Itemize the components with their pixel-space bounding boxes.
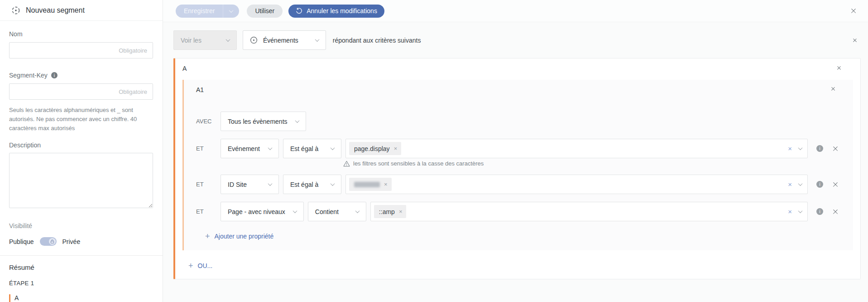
use-button[interactable]: Utiliser (247, 5, 283, 18)
operator-select[interactable]: Est égal à (283, 139, 341, 158)
chevron-down-icon (268, 146, 273, 150)
property-select[interactable]: ID Site (221, 175, 279, 194)
cancel-changes-label: Annuler les modifications (307, 7, 377, 15)
main-area: Enregistrer Utiliser Annuler les modific… (163, 0, 868, 302)
chip-remove-icon[interactable]: × (399, 209, 403, 214)
segment-key-label: Segment-Key i (9, 72, 153, 79)
chevron-down-icon[interactable] (798, 209, 803, 213)
chevron-down-icon (331, 181, 335, 186)
operator-select[interactable]: Contient (308, 202, 366, 221)
save-split-button: Enregistrer (176, 5, 239, 18)
chevron-down-icon (355, 209, 360, 213)
and-connector-label: ET (196, 145, 221, 152)
event-scope-row: AVEC Tous les évènements (196, 112, 839, 131)
description-label: Description (9, 141, 153, 149)
value-chips: ::amp× (374, 205, 407, 218)
field-controls: × (788, 208, 802, 215)
visibility-label: Visibilité (9, 222, 153, 229)
add-property-button[interactable]: + Ajouter une propriété (205, 233, 273, 240)
remove-subgroup-icon[interactable] (830, 86, 836, 92)
chevron-down-icon (293, 209, 297, 213)
chevron-down-icon[interactable] (798, 181, 803, 186)
info-icon[interactable]: i (816, 145, 823, 152)
criteria-suffix-text: répondant aux critères suivants (333, 37, 421, 44)
value-input-field[interactable]: × × (345, 175, 808, 194)
sidebar-form: Nom Segment-Key i Seuls les caractères a… (0, 21, 163, 246)
remove-row-icon[interactable] (832, 209, 839, 215)
toolbar: Enregistrer Utiliser Annuler les modific… (163, 0, 868, 22)
segment-key-input[interactable] (9, 83, 153, 100)
filter-row-block: ET Page - avec niveaux Contient ::amp× ×… (184, 202, 839, 221)
summary-step-item-a[interactable]: A (9, 294, 153, 302)
chevron-down-icon[interactable] (798, 146, 803, 150)
cancel-changes-button[interactable]: Annuler les modifications (288, 5, 384, 18)
description-textarea[interactable] (9, 153, 153, 208)
chevron-down-icon (295, 118, 299, 123)
name-label: Nom (9, 30, 153, 38)
warning-text: les filtres sont sensibles à la casse de… (353, 160, 484, 167)
group-label: A (182, 65, 853, 72)
remove-row-icon[interactable] (832, 181, 839, 188)
add-or-group-button[interactable]: + OU... (188, 262, 212, 269)
condition-group-a: A A1 AVEC Tous les évènements ET (173, 58, 861, 279)
remove-row-icon[interactable] (832, 146, 839, 152)
subgroup-label: A1 (196, 86, 839, 93)
clear-values-icon[interactable]: × (788, 145, 792, 152)
operator-select[interactable]: Est égal à (283, 175, 341, 194)
and-connector-label: ET (196, 181, 221, 188)
sidebar-header: Nouveau segment (0, 0, 163, 21)
value-input-field[interactable]: ::amp× × (370, 202, 808, 221)
chip-remove-icon[interactable]: × (394, 146, 398, 151)
save-button[interactable]: Enregistrer (176, 5, 223, 18)
filter-row: ET ID Site Est égal à × × i (196, 175, 839, 194)
case-sensitivity-warning: les filtres sont sensibles à la casse de… (343, 160, 839, 167)
condition-subgroup-a1: A1 AVEC Tous les évènements ET Evénement (182, 80, 853, 250)
summary-title: Résumé (9, 263, 153, 271)
visibility-private-label: Privée (62, 238, 81, 245)
save-options-button[interactable] (223, 5, 239, 18)
chevron-down-icon (268, 181, 273, 186)
value-chip: page.display× (349, 142, 401, 155)
value-chips: page.display× (349, 142, 401, 155)
segment-sidebar: Nouveau segment Nom Segment-Key i Seuls … (0, 0, 163, 302)
summary-section: Résumé ÉTAPE 1 A (0, 255, 163, 302)
property-select[interactable]: Page - avec niveaux (221, 202, 304, 221)
property-select[interactable]: Evénement (221, 139, 279, 158)
chip-label (354, 182, 380, 187)
close-editor-icon[interactable] (850, 8, 857, 14)
event-scope-select[interactable]: Tous les évènements (221, 112, 306, 131)
value-chip: × (349, 178, 392, 191)
info-icon[interactable]: i (816, 208, 823, 215)
chip-remove-icon[interactable]: × (384, 181, 388, 187)
name-input[interactable] (9, 42, 153, 58)
app-window: Nouveau segment Nom Segment-Key i Seuls … (0, 0, 868, 302)
property-select-value: Page - avec niveaux (228, 208, 285, 215)
info-icon[interactable]: i (51, 72, 58, 78)
segment-key-help: Seuls les caractères alphanumériques et … (9, 106, 153, 133)
entity-select[interactable]: Événements (243, 30, 326, 50)
filter-row: ET Evénement Est égal à page.display× × … (196, 139, 839, 158)
add-or-label: OU... (198, 262, 213, 269)
remove-group-icon[interactable] (836, 65, 842, 71)
field-controls: × (788, 145, 802, 152)
undo-icon (296, 8, 302, 15)
plus-icon: + (188, 263, 193, 269)
page-title: Nouveau segment (26, 6, 85, 15)
scope-row: Voir les Événements répondant aux critèr… (173, 30, 858, 50)
clear-values-icon[interactable]: × (788, 208, 792, 215)
summary-step-label: ÉTAPE 1 (9, 280, 153, 287)
lock-icon (49, 238, 56, 245)
builder-content: Voir les Événements répondant aux critèr… (163, 22, 868, 302)
filter-row-block: ET ID Site Est égal à × × i (184, 175, 839, 194)
visibility-toggle[interactable] (40, 237, 57, 246)
chevron-down-icon (229, 8, 234, 13)
with-connector-label: AVEC (196, 118, 221, 125)
plus-icon: + (205, 233, 210, 239)
operator-select-value: Est égal à (290, 181, 318, 188)
remove-scope-icon[interactable] (852, 37, 858, 44)
value-input-field[interactable]: page.display× × (345, 139, 808, 158)
clear-values-icon[interactable]: × (788, 181, 792, 188)
info-icon[interactable]: i (816, 181, 823, 188)
visibility-toggle-row: Publique Privée (9, 237, 153, 246)
event-scope-value: Tous les évènements (228, 118, 288, 125)
